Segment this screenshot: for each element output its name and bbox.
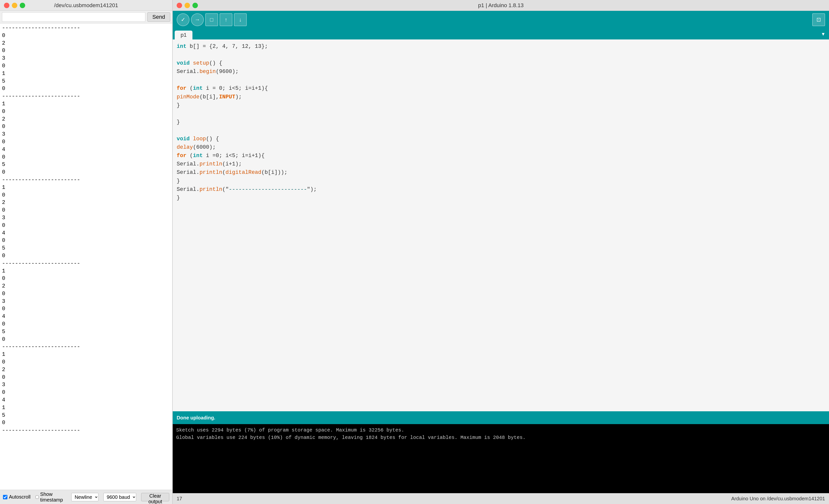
serial-input-bar: Send [0, 11, 172, 24]
console-line-2: Global variables use 224 bytes (10%) of … [176, 434, 826, 441]
serial-monitor-title: /dev/cu.usbmodem141201 [54, 2, 118, 9]
minimize-button[interactable] [12, 3, 17, 8]
code-line: Serial.println("------------------------… [177, 185, 825, 194]
code-line [177, 110, 825, 118]
arduino-minimize-button[interactable] [185, 3, 190, 8]
window-controls [4, 3, 25, 8]
code-line: for (int i =0; i<5; i=i+1){ [177, 152, 825, 160]
arduino-close-button[interactable] [177, 3, 182, 8]
baud-select[interactable]: 9600 baud [103, 493, 136, 501]
open-icon: ↑ [225, 16, 227, 23]
maximize-button[interactable] [20, 3, 25, 8]
status-bar: Done uploading. [173, 411, 829, 424]
code-line: Serial.begin(9600); [177, 68, 825, 76]
save-icon: ↓ [239, 16, 242, 23]
serial-input[interactable] [2, 12, 145, 22]
clear-output-button[interactable]: Clear output [141, 493, 169, 501]
bottom-bar: 17 Arduino Uno on /dev/cu.usbmodem141201 [173, 493, 829, 504]
console-line-1: Sketch uses 2294 bytes (7%) of program s… [176, 427, 826, 434]
autoscroll-label: Autoscroll [9, 494, 31, 500]
console-area: Sketch uses 2294 bytes (7%) of program s… [173, 424, 829, 493]
code-line: int b[] = {2, 4, 7, 12, 13}; [177, 42, 825, 51]
code-line: } [177, 118, 825, 126]
save-button[interactable]: ↓ [234, 13, 247, 26]
status-done-label: Done uploading. [177, 415, 215, 421]
arduino-titlebar: p1 | Arduino 1.8.13 [173, 0, 829, 11]
line-number-label: 17 [177, 496, 182, 502]
newline-select[interactable]: Newline [71, 493, 99, 501]
verify-button[interactable]: ✓ [177, 13, 189, 26]
arduino-tabs: p1 ▾ [173, 29, 829, 39]
board-port-label: Arduino Uno on /dev/cu.usbmodem141201 [731, 496, 825, 502]
code-line: } [177, 101, 825, 110]
new-button[interactable]: □ [205, 13, 218, 26]
tab-p1-label: p1 [181, 32, 186, 38]
code-line [177, 51, 825, 59]
code-line: Serial.println(digitalRead(b[i])); [177, 168, 825, 177]
timestamp-check: Show timestamp [36, 492, 67, 503]
timestamp-checkbox[interactable] [36, 495, 39, 499]
arduino-title: p1 | Arduino 1.8.13 [478, 2, 524, 9]
autoscroll-check: Autoscroll [3, 494, 31, 500]
serial-monitor-button[interactable]: ⊡ [812, 13, 825, 26]
serial-titlebar: /dev/cu.usbmodem141201 [0, 0, 172, 11]
serial-output-text: ------------------------ 0 2 0 3 0 1 5 0… [2, 25, 170, 434]
serial-footer: Autoscroll Show timestamp Newline 9600 b… [0, 490, 172, 504]
serial-monitor-panel: /dev/cu.usbmodem141201 Send ------------… [0, 0, 173, 504]
close-button[interactable] [4, 3, 9, 8]
code-line: for (int i = 0; i<5; i=i+1){ [177, 84, 825, 93]
tab-dropdown-arrow[interactable]: ▾ [819, 31, 827, 37]
monitor-icon: ⊡ [817, 16, 821, 23]
code-line: pinMode(b[i],INPUT); [177, 93, 825, 101]
open-button[interactable]: ↑ [220, 13, 232, 26]
upload-button[interactable]: → [191, 13, 204, 26]
arduino-window-controls [177, 3, 198, 8]
verify-icon: ✓ [181, 16, 185, 23]
autoscroll-checkbox[interactable] [3, 495, 7, 499]
tab-p1[interactable]: p1 [175, 31, 192, 39]
code-line: } [177, 194, 825, 202]
send-button[interactable]: Send [147, 12, 170, 22]
upload-icon: → [195, 16, 200, 23]
arduino-toolbar: ✓ → □ ↑ ↓ ⊡ [173, 11, 829, 29]
timestamp-label: Show timestamp [40, 492, 67, 503]
new-icon: □ [210, 16, 213, 23]
serial-output: ------------------------ 0 2 0 3 0 1 5 0… [0, 24, 172, 490]
arduino-ide-panel: p1 | Arduino 1.8.13 ✓ → □ ↑ ↓ ⊡ p1 ▾ int… [173, 0, 829, 504]
code-line: } [177, 177, 825, 185]
code-editor[interactable]: int b[] = {2, 4, 7, 12, 13}; void setup(… [173, 39, 829, 411]
arduino-maximize-button[interactable] [192, 3, 198, 8]
code-line: void loop() { [177, 135, 825, 143]
code-line [177, 126, 825, 135]
code-line [177, 76, 825, 84]
line-number: 17 [177, 496, 182, 501]
code-line: delay(6000); [177, 143, 825, 152]
code-line: void setup() { [177, 59, 825, 68]
code-line: Serial.println(i+1); [177, 160, 825, 168]
